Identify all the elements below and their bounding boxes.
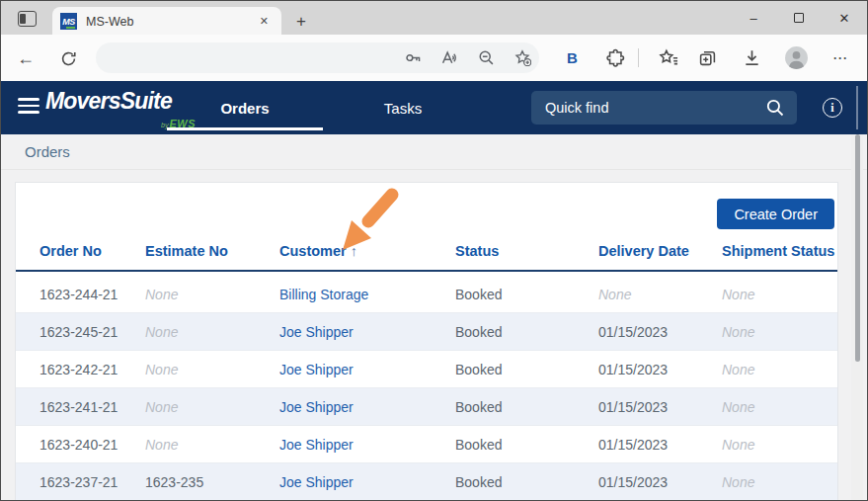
cell-shipment_status: None xyxy=(722,437,837,453)
cell-estimate_no: 1623-235 xyxy=(145,474,279,490)
toolbar-divider xyxy=(638,48,639,67)
table-row[interactable]: 1623-242-21NoneJoe ShipperBooked01/15/20… xyxy=(16,351,837,388)
browser-toolbar: ← B xyxy=(1,35,867,81)
quick-find-box[interactable] xyxy=(531,91,797,125)
quick-find-input[interactable] xyxy=(545,100,765,116)
cell-order_no: 1623-241-21 xyxy=(39,399,145,415)
cell-delivery_date: 01/15/2023 xyxy=(598,474,722,490)
cell-status: Booked xyxy=(455,362,598,377)
customer-link[interactable]: Joe Shipper xyxy=(279,324,455,340)
browser-window: MS MS-Web ✕ + – ✕ ← xyxy=(0,0,868,501)
refresh-button[interactable] xyxy=(56,46,80,70)
read-aloud-icon[interactable] xyxy=(441,49,458,66)
profile-button[interactable] xyxy=(784,45,809,70)
downloads-button[interactable] xyxy=(740,45,764,70)
customer-link[interactable]: Joe Shipper xyxy=(279,399,455,415)
cell-delivery_date: 01/15/2023 xyxy=(598,362,722,377)
info-icon: i xyxy=(830,101,833,116)
cell-shipment_status: None xyxy=(722,474,837,490)
column-header-estimate_no[interactable]: Estimate No xyxy=(145,243,279,259)
tab-close-icon[interactable]: ✕ xyxy=(255,12,274,31)
table-header-divider xyxy=(16,270,837,272)
customer-link[interactable]: Joe Shipper xyxy=(279,362,455,377)
window-controls: – ✕ xyxy=(731,1,867,35)
maximize-icon xyxy=(794,13,804,23)
cell-delivery_date: None xyxy=(598,287,722,302)
table-row[interactable]: 1623-244-21NoneBilling StorageBookedNone… xyxy=(16,276,837,313)
tab-title: MS-Web xyxy=(86,15,255,29)
cell-order_no: 1623-237-21 xyxy=(39,474,145,490)
column-header-shipment_status[interactable]: Shipment Status xyxy=(722,243,837,259)
create-order-button[interactable]: Create Order xyxy=(717,199,834,229)
ms-favicon-icon: MS xyxy=(60,13,77,30)
column-header-delivery_date[interactable]: Delivery Date xyxy=(598,243,722,259)
cell-estimate_no: None xyxy=(145,399,279,415)
favorites-star-icon xyxy=(659,48,678,67)
collections-icon xyxy=(698,48,717,67)
cell-delivery_date: 01/15/2023 xyxy=(598,399,722,415)
cell-status: Booked xyxy=(455,437,598,453)
download-icon xyxy=(743,48,761,67)
nav-tabs: Orders Tasks xyxy=(166,81,482,134)
column-header-customer[interactable]: Customer ↑ xyxy=(279,243,455,259)
table-row[interactable]: 1623-240-21NoneJoe ShipperBooked01/15/20… xyxy=(16,426,837,463)
customer-link[interactable]: Billing Storage xyxy=(279,287,455,302)
cell-estimate_no: None xyxy=(145,437,279,453)
maximize-button[interactable] xyxy=(776,1,822,35)
profile-avatar-icon xyxy=(784,45,809,70)
scrollbar-overlay-hint xyxy=(856,86,858,129)
customer-link[interactable]: Joe Shipper xyxy=(279,474,455,490)
add-favorite-icon[interactable] xyxy=(514,49,531,66)
cell-estimate_no: None xyxy=(145,324,279,340)
more-options-button[interactable]: ··· xyxy=(829,45,853,70)
info-button[interactable]: i xyxy=(823,98,842,118)
column-header-status[interactable]: Status xyxy=(455,243,598,259)
browser-tab[interactable]: MS MS-Web ✕ xyxy=(52,7,281,36)
tab-tasks[interactable]: Tasks xyxy=(324,81,482,134)
b-extension-button[interactable]: B xyxy=(560,45,585,70)
tab-actions-button[interactable] xyxy=(13,8,40,30)
cell-order_no: 1623-240-21 xyxy=(39,437,145,453)
table-row[interactable]: 1623-241-21NoneJoe ShipperBooked01/15/20… xyxy=(16,388,837,426)
breadcrumb: Orders xyxy=(25,143,70,160)
cell-order_no: 1623-245-21 xyxy=(39,324,145,340)
cell-shipment_status: None xyxy=(722,287,837,302)
tab-actions-icon xyxy=(18,11,37,27)
address-bar[interactable] xyxy=(96,42,539,73)
minimize-button[interactable]: – xyxy=(731,1,776,35)
cell-status: Booked xyxy=(455,287,598,302)
zoom-out-icon[interactable] xyxy=(478,49,495,66)
search-icon[interactable] xyxy=(765,98,785,118)
page-content: Orders Create Order Order NoEstimate NoC… xyxy=(1,134,867,501)
extensions-button[interactable] xyxy=(603,45,628,70)
favorites-button[interactable] xyxy=(656,45,680,70)
table-row[interactable]: 1623-237-211623-235Joe ShipperBooked01/1… xyxy=(16,463,837,501)
titlebar: MS MS-Web ✕ + – ✕ xyxy=(1,1,867,35)
cell-shipment_status: None xyxy=(722,399,837,415)
cell-shipment_status: None xyxy=(722,324,837,340)
hamburger-menu-icon[interactable] xyxy=(18,98,39,118)
table-row[interactable]: 1623-245-21NoneJoe ShipperBooked01/15/20… xyxy=(16,313,837,351)
password-key-icon[interactable] xyxy=(405,49,422,66)
cell-estimate_no: None xyxy=(145,287,279,302)
close-button[interactable]: ✕ xyxy=(822,1,867,35)
customer-link[interactable]: Joe Shipper xyxy=(279,437,455,453)
cell-shipment_status: None xyxy=(722,362,837,377)
orders-table-body: 1623-244-21NoneBilling StorageBookedNone… xyxy=(16,276,837,501)
sort-asc-icon: ↑ xyxy=(347,243,357,259)
extensions-puzzle-icon xyxy=(606,48,625,67)
back-button[interactable]: ← xyxy=(14,46,38,70)
new-tab-button[interactable]: + xyxy=(289,10,313,34)
table-header-row: Order NoEstimate NoCustomer ↑StatusDeliv… xyxy=(16,243,837,259)
tab-orders[interactable]: Orders xyxy=(166,81,324,134)
column-header-order_no[interactable]: Order No xyxy=(39,243,145,259)
cell-order_no: 1623-242-21 xyxy=(39,362,145,377)
scrollbar-thumb[interactable] xyxy=(855,134,860,362)
cell-status: Booked xyxy=(455,399,598,415)
orders-card: Create Order Order NoEstimate NoCustomer… xyxy=(15,182,838,501)
app-navbar: MoversSuite byEWS Orders Tasks i xyxy=(1,81,867,134)
breadcrumb-bar: Orders xyxy=(1,134,867,170)
cell-estimate_no: None xyxy=(145,362,279,377)
cell-order_no: 1623-244-21 xyxy=(39,287,145,302)
collections-button[interactable] xyxy=(695,45,720,70)
